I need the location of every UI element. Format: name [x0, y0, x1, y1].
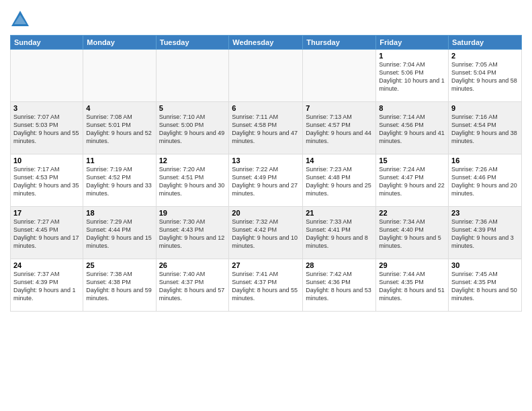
- day-number: 23: [451, 209, 519, 217]
- calendar-day-cell: 18Sunrise: 7:29 AM Sunset: 4:44 PM Dayli…: [83, 207, 156, 259]
- calendar-day-cell: 30Sunrise: 7:45 AM Sunset: 4:35 PM Dayli…: [449, 259, 522, 312]
- day-info: Sunrise: 7:38 AM Sunset: 4:38 PM Dayligh…: [86, 270, 152, 303]
- calendar-day-cell: 6Sunrise: 7:11 AM Sunset: 4:58 PM Daylig…: [229, 102, 303, 154]
- calendar-table: SundayMondayTuesdayWednesdayThursdayFrid…: [10, 35, 522, 312]
- weekday-header: Thursday: [303, 36, 376, 50]
- calendar-day-cell: 8Sunrise: 7:14 AM Sunset: 4:56 PM Daylig…: [376, 102, 449, 154]
- calendar-day-cell: 16Sunrise: 7:26 AM Sunset: 4:46 PM Dayli…: [449, 154, 522, 207]
- calendar-week-row: 17Sunrise: 7:27 AM Sunset: 4:45 PM Dayli…: [11, 207, 522, 259]
- day-number: 11: [86, 156, 152, 165]
- weekday-header: Tuesday: [156, 36, 229, 50]
- day-number: 18: [86, 209, 152, 217]
- day-info: Sunrise: 7:34 AM Sunset: 4:40 PM Dayligh…: [379, 218, 445, 250]
- calendar-day-cell: 24Sunrise: 7:37 AM Sunset: 4:39 PM Dayli…: [11, 259, 83, 312]
- calendar-day-cell: 19Sunrise: 7:30 AM Sunset: 4:43 PM Dayli…: [156, 207, 229, 259]
- day-info: Sunrise: 7:13 AM Sunset: 4:57 PM Dayligh…: [306, 113, 373, 146]
- calendar-day-cell: 12Sunrise: 7:20 AM Sunset: 4:51 PM Dayli…: [156, 154, 229, 207]
- day-info: Sunrise: 7:29 AM Sunset: 4:44 PM Dayligh…: [86, 218, 152, 250]
- weekday-header: Sunday: [11, 36, 83, 50]
- calendar-day-cell: 22Sunrise: 7:34 AM Sunset: 4:40 PM Dayli…: [376, 207, 449, 259]
- day-info: Sunrise: 7:20 AM Sunset: 4:51 PM Dayligh…: [159, 165, 226, 198]
- calendar-day-cell: 4Sunrise: 7:08 AM Sunset: 5:01 PM Daylig…: [83, 102, 156, 154]
- calendar-day-cell: [11, 50, 83, 102]
- day-info: Sunrise: 7:10 AM Sunset: 5:00 PM Dayligh…: [159, 113, 226, 146]
- calendar-day-cell: 2Sunrise: 7:05 AM Sunset: 5:04 PM Daylig…: [449, 50, 522, 102]
- day-number: 12: [159, 156, 226, 165]
- weekday-header-row: SundayMondayTuesdayWednesdayThursdayFrid…: [11, 36, 522, 50]
- day-number: 14: [306, 156, 373, 165]
- day-number: 24: [13, 261, 80, 269]
- logo-icon: [10, 9, 30, 30]
- calendar-day-cell: 15Sunrise: 7:24 AM Sunset: 4:47 PM Dayli…: [376, 154, 449, 207]
- calendar-day-cell: 14Sunrise: 7:23 AM Sunset: 4:48 PM Dayli…: [303, 154, 376, 207]
- day-number: 1: [379, 52, 445, 60]
- day-info: Sunrise: 7:16 AM Sunset: 4:54 PM Dayligh…: [451, 113, 519, 146]
- day-number: 25: [86, 261, 152, 269]
- day-number: 3: [13, 104, 80, 112]
- weekday-header: Friday: [376, 36, 449, 50]
- calendar-day-cell: [303, 50, 376, 102]
- day-number: 28: [306, 261, 373, 269]
- weekday-header: Monday: [83, 36, 156, 50]
- day-number: 27: [232, 261, 300, 269]
- day-info: Sunrise: 7:44 AM Sunset: 4:35 PM Dayligh…: [379, 270, 445, 303]
- calendar-day-cell: 7Sunrise: 7:13 AM Sunset: 4:57 PM Daylig…: [303, 102, 376, 154]
- day-info: Sunrise: 7:23 AM Sunset: 4:48 PM Dayligh…: [306, 165, 373, 198]
- day-info: Sunrise: 7:30 AM Sunset: 4:43 PM Dayligh…: [159, 218, 226, 250]
- calendar-week-row: 3Sunrise: 7:07 AM Sunset: 5:03 PM Daylig…: [11, 102, 522, 154]
- day-info: Sunrise: 7:32 AM Sunset: 4:42 PM Dayligh…: [232, 218, 300, 250]
- calendar-day-cell: [83, 50, 156, 102]
- calendar-day-cell: [229, 50, 303, 102]
- day-info: Sunrise: 7:14 AM Sunset: 4:56 PM Dayligh…: [379, 113, 445, 146]
- day-info: Sunrise: 7:40 AM Sunset: 4:37 PM Dayligh…: [159, 270, 226, 303]
- calendar-day-cell: 29Sunrise: 7:44 AM Sunset: 4:35 PM Dayli…: [376, 259, 449, 312]
- main-container: SundayMondayTuesdayWednesdayThursdayFrid…: [0, 0, 532, 411]
- day-info: Sunrise: 7:08 AM Sunset: 5:01 PM Dayligh…: [86, 113, 152, 146]
- calendar-day-cell: 3Sunrise: 7:07 AM Sunset: 5:03 PM Daylig…: [11, 102, 83, 154]
- day-info: Sunrise: 7:07 AM Sunset: 5:03 PM Dayligh…: [13, 113, 80, 146]
- calendar-week-row: 24Sunrise: 7:37 AM Sunset: 4:39 PM Dayli…: [11, 259, 522, 312]
- day-number: 16: [451, 156, 519, 165]
- calendar-day-cell: 27Sunrise: 7:41 AM Sunset: 4:37 PM Dayli…: [229, 259, 303, 312]
- day-info: Sunrise: 7:45 AM Sunset: 4:35 PM Dayligh…: [451, 270, 519, 303]
- calendar-day-cell: 28Sunrise: 7:42 AM Sunset: 4:36 PM Dayli…: [303, 259, 376, 312]
- day-info: Sunrise: 7:17 AM Sunset: 4:53 PM Dayligh…: [13, 165, 80, 198]
- day-number: 7: [306, 104, 373, 112]
- day-number: 21: [306, 209, 373, 217]
- day-number: 10: [13, 156, 80, 165]
- day-number: 4: [86, 104, 152, 112]
- day-number: 15: [379, 156, 445, 165]
- day-info: Sunrise: 7:27 AM Sunset: 4:45 PM Dayligh…: [13, 218, 80, 250]
- day-number: 26: [159, 261, 226, 269]
- day-info: Sunrise: 7:33 AM Sunset: 4:41 PM Dayligh…: [306, 218, 373, 250]
- day-number: 9: [451, 104, 519, 112]
- weekday-header: Saturday: [449, 36, 522, 50]
- day-number: 17: [13, 209, 80, 217]
- calendar-day-cell: 11Sunrise: 7:19 AM Sunset: 4:52 PM Dayli…: [83, 154, 156, 207]
- day-info: Sunrise: 7:41 AM Sunset: 4:37 PM Dayligh…: [232, 270, 300, 303]
- day-info: Sunrise: 7:04 AM Sunset: 5:06 PM Dayligh…: [379, 60, 445, 93]
- calendar-day-cell: 21Sunrise: 7:33 AM Sunset: 4:41 PM Dayli…: [303, 207, 376, 259]
- day-info: Sunrise: 7:05 AM Sunset: 5:04 PM Dayligh…: [451, 60, 519, 93]
- day-number: 8: [379, 104, 445, 112]
- day-number: 30: [451, 261, 519, 269]
- day-number: 29: [379, 261, 445, 269]
- weekday-header: Wednesday: [229, 36, 303, 50]
- calendar-week-row: 10Sunrise: 7:17 AM Sunset: 4:53 PM Dayli…: [11, 154, 522, 207]
- day-number: 2: [451, 52, 519, 60]
- page-header: [10, 7, 522, 30]
- day-number: 20: [232, 209, 300, 217]
- day-info: Sunrise: 7:36 AM Sunset: 4:39 PM Dayligh…: [451, 218, 519, 250]
- calendar-day-cell: 26Sunrise: 7:40 AM Sunset: 4:37 PM Dayli…: [156, 259, 229, 312]
- day-number: 5: [159, 104, 226, 112]
- day-info: Sunrise: 7:24 AM Sunset: 4:47 PM Dayligh…: [379, 165, 445, 198]
- calendar-day-cell: 1Sunrise: 7:04 AM Sunset: 5:06 PM Daylig…: [376, 50, 449, 102]
- day-info: Sunrise: 7:26 AM Sunset: 4:46 PM Dayligh…: [451, 165, 519, 198]
- logo: [10, 9, 33, 30]
- calendar-day-cell: 9Sunrise: 7:16 AM Sunset: 4:54 PM Daylig…: [449, 102, 522, 154]
- calendar-day-cell: 23Sunrise: 7:36 AM Sunset: 4:39 PM Dayli…: [449, 207, 522, 259]
- day-info: Sunrise: 7:22 AM Sunset: 4:49 PM Dayligh…: [232, 165, 300, 198]
- day-number: 22: [379, 209, 445, 217]
- day-number: 6: [232, 104, 300, 112]
- calendar-day-cell: 13Sunrise: 7:22 AM Sunset: 4:49 PM Dayli…: [229, 154, 303, 207]
